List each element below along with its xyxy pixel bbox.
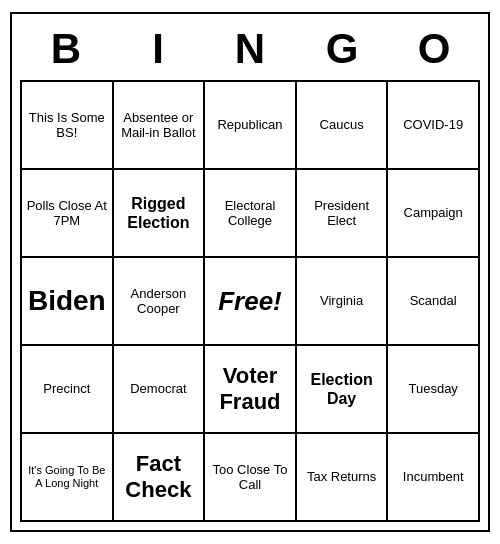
cell-r2-c0: Biden [22, 258, 114, 346]
cell-r1-c1: Rigged Election [114, 170, 206, 258]
bingo-letter-o: O [388, 22, 480, 76]
cell-text-r0-c1: Absentee or Mail-in Ballot [118, 110, 200, 141]
cell-r0-c0: This Is Some BS! [22, 82, 114, 170]
cell-r3-c3: Election Day [297, 346, 389, 434]
cell-text-r3-c1: Democrat [130, 381, 186, 397]
cell-text-r1-c1: Rigged Election [118, 194, 200, 232]
cell-text-r2-c1: Anderson Cooper [118, 286, 200, 317]
cell-text-r2-c0: Biden [28, 284, 106, 318]
cell-text-r1-c0: Polls Close At 7PM [26, 198, 108, 229]
cell-text-r3-c4: Tuesday [408, 381, 457, 397]
cell-text-r1-c2: Electoral College [209, 198, 291, 229]
cell-text-r3-c3: Election Day [301, 370, 383, 408]
cell-r2-c4: Scandal [388, 258, 480, 346]
cell-text-r2-c4: Scandal [410, 293, 457, 309]
cell-text-r0-c0: This Is Some BS! [26, 110, 108, 141]
cell-r4-c2: Too Close To Call [205, 434, 297, 522]
bingo-letter-g: G [296, 22, 388, 76]
cell-text-r4-c3: Tax Returns [307, 469, 376, 485]
cell-text-r1-c4: Campaign [404, 205, 463, 221]
cell-r2-c3: Virginia [297, 258, 389, 346]
cell-r0-c1: Absentee or Mail-in Ballot [114, 82, 206, 170]
cell-r4-c0: It's Going To Be A Long Night [22, 434, 114, 522]
bingo-header: BINGO [20, 22, 480, 76]
cell-text-r4-c1: Fact Check [118, 451, 200, 504]
cell-r1-c2: Electoral College [205, 170, 297, 258]
cell-text-r4-c2: Too Close To Call [209, 462, 291, 493]
cell-r4-c1: Fact Check [114, 434, 206, 522]
cell-r1-c3: President Elect [297, 170, 389, 258]
cell-r1-c0: Polls Close At 7PM [22, 170, 114, 258]
cell-r3-c1: Democrat [114, 346, 206, 434]
cell-r4-c3: Tax Returns [297, 434, 389, 522]
bingo-letter-b: B [20, 22, 112, 76]
cell-r2-c2: Free! [205, 258, 297, 346]
cell-text-r4-c0: It's Going To Be A Long Night [26, 464, 108, 490]
cell-r3-c2: Voter Fraud [205, 346, 297, 434]
bingo-letter-n: N [204, 22, 296, 76]
cell-text-r1-c3: President Elect [301, 198, 383, 229]
bingo-card: BINGO This Is Some BS!Absentee or Mail-i… [10, 12, 490, 532]
cell-text-r0-c3: Caucus [320, 117, 364, 133]
cell-text-r2-c2: Free! [218, 286, 282, 317]
cell-r0-c3: Caucus [297, 82, 389, 170]
cell-r4-c4: Incumbent [388, 434, 480, 522]
cell-r3-c0: Precinct [22, 346, 114, 434]
cell-text-r3-c0: Precinct [43, 381, 90, 397]
cell-text-r0-c4: COVID-19 [403, 117, 463, 133]
cell-text-r4-c4: Incumbent [403, 469, 464, 485]
cell-r0-c4: COVID-19 [388, 82, 480, 170]
bingo-grid: This Is Some BS!Absentee or Mail-in Ball… [20, 80, 480, 522]
cell-text-r0-c2: Republican [217, 117, 282, 133]
cell-r2-c1: Anderson Cooper [114, 258, 206, 346]
cell-r3-c4: Tuesday [388, 346, 480, 434]
cell-text-r2-c3: Virginia [320, 293, 363, 309]
cell-r0-c2: Republican [205, 82, 297, 170]
cell-text-r3-c2: Voter Fraud [209, 363, 291, 416]
cell-r1-c4: Campaign [388, 170, 480, 258]
bingo-letter-i: I [112, 22, 204, 76]
